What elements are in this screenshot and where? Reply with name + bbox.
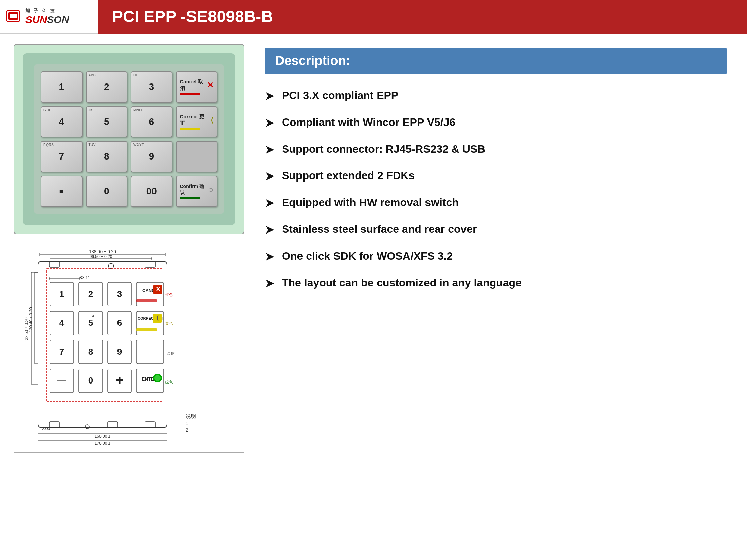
left-panel: 1 ABC2 DEF3 Cancel 取消 ✕ (14, 44, 244, 549)
svg-text:2: 2 (88, 289, 93, 299)
arrow-icon-5: ➤ (265, 195, 275, 211)
keypad-diagram: 138.00 ± 0.20 96.50 ± 0.20 (14, 243, 244, 453)
keypad-grid: 1 ABC2 DEF3 Cancel 取消 ✕ (34, 64, 224, 214)
svg-text:9: 9 (117, 347, 122, 357)
correct-arrow-icon: ⟨ (211, 116, 213, 124)
feature-text-6: Stainless steel surface and rear cover (282, 222, 477, 237)
keypad-device: 1 ABC2 DEF3 Cancel 取消 ✕ (23, 53, 235, 225)
feature-item-2: ➤ Compliant with Wincor EPP V5/J6 (265, 115, 727, 131)
key-correct[interactable]: Correct 更正 ⟨ (176, 106, 218, 138)
key-9[interactable]: WXYZ9 (131, 141, 172, 172)
arrow-icon-4: ➤ (265, 169, 275, 184)
svg-text:1: 1 (59, 289, 64, 299)
feature-text-1: PCI 3.X compliant EPP (282, 88, 398, 103)
main-content: 1 ABC2 DEF3 Cancel 取消 ✕ (0, 34, 747, 559)
svg-text:0: 0 (88, 375, 93, 386)
cancel-x-icon: ✕ (207, 81, 213, 90)
svg-text:✕: ✕ (156, 286, 161, 293)
svg-point-12 (108, 263, 114, 269)
svg-text:5: 5 (88, 318, 93, 328)
confirm-circle-icon: ○ (208, 185, 214, 194)
keypad-photo: 1 ABC2 DEF3 Cancel 取消 ✕ (14, 44, 244, 234)
svg-text:红色: 红色 (165, 293, 173, 297)
feature-text-7: One click SDK for WOSA/XFS 3.2 (282, 248, 453, 264)
feature-item-4: ➤ Support extended 2 FDKs (265, 168, 727, 184)
logo-sun: SUN (25, 14, 47, 25)
key-1[interactable]: 1 (41, 71, 83, 103)
diagram-svg: 138.00 ± 0.20 96.50 ± 0.20 (19, 248, 230, 449)
dim-label-bottom-left: 12.00 (40, 426, 50, 431)
arrow-icon-6: ➤ (265, 222, 275, 238)
header: 旭 子 科 技 SUN SON PCI EPP -SE8098B-B (0, 0, 747, 34)
svg-text:6: 6 (117, 318, 122, 328)
svg-text:✛: ✛ (116, 375, 123, 386)
key-5[interactable]: JKL5 (86, 106, 128, 138)
arrow-icon-2: ➤ (265, 115, 275, 131)
key-8[interactable]: TUV8 (86, 141, 128, 172)
feature-item-1: ➤ PCI 3.X compliant EPP (265, 88, 727, 104)
feature-item-7: ➤ One click SDK for WOSA/XFS 3.2 (265, 248, 727, 264)
feature-text-8: The layout can be customized in any lang… (282, 275, 522, 291)
logo-area: 旭 子 科 技 SUN SON (0, 0, 98, 34)
dim-label-1: 138.00 ± 0.20 (89, 249, 116, 254)
diagram-note: 说明 (186, 413, 196, 419)
svg-text:4: 4 (59, 318, 65, 328)
svg-text:—: — (57, 375, 66, 386)
page-title: PCI EPP -SE8098B-B (112, 7, 273, 26)
key-00[interactable]: 00 (131, 176, 172, 207)
svg-rect-15 (145, 422, 155, 428)
key-confirm[interactable]: Confirm 确认 ○ (176, 176, 218, 207)
svg-rect-34 (136, 299, 157, 302)
right-panel: Description: ➤ PCI 3.X compliant EPP ➤ C… (258, 44, 733, 549)
feature-item-6: ➤ Stainless steel surface and rear cover (265, 222, 727, 238)
description-header: Description: (265, 48, 727, 74)
key-dot[interactable]: ■ (41, 176, 83, 207)
feature-item-3: ➤ Support connector: RJ45-RS232 & USB (265, 142, 727, 157)
feature-text-4: Support extended 2 FDKs (282, 168, 415, 183)
svg-text:绿色: 绿色 (165, 380, 173, 384)
logo-icon (5, 9, 24, 24)
svg-rect-53 (136, 340, 164, 364)
svg-text:边框: 边框 (167, 351, 175, 355)
svg-rect-11 (145, 261, 155, 267)
arrow-icon-7: ➤ (265, 249, 275, 264)
key-7[interactable]: PQRS7 (41, 141, 83, 172)
svg-rect-10 (49, 261, 59, 267)
diagram-note2: 2. (186, 427, 190, 433)
key-2[interactable]: ABC2 (86, 71, 128, 103)
svg-rect-13 (49, 422, 59, 428)
feature-item-8: ➤ The layout can be customized in any la… (265, 275, 727, 291)
key-cancel[interactable]: Cancel 取消 ✕ (176, 71, 218, 103)
svg-rect-14 (108, 422, 118, 428)
feature-list: ➤ PCI 3.X compliant EPP ➤ Compliant with… (265, 88, 727, 291)
svg-point-63 (154, 375, 161, 381)
svg-point-16 (85, 425, 89, 429)
svg-text:黄色: 黄色 (165, 321, 173, 325)
dim-label-2: 96.50 ± 0.20 (90, 254, 112, 259)
svg-rect-2 (10, 14, 17, 18)
key-0[interactable]: 0 (86, 176, 128, 207)
svg-point-39 (92, 315, 94, 317)
svg-text:3: 3 (117, 289, 122, 299)
dim-label-right1: 120.40 ± 0.20 (29, 307, 33, 332)
logo-chinese: 旭 子 科 技 (25, 8, 69, 14)
key-blank-top (176, 141, 218, 172)
feature-text-2: Compliant with Wincor EPP V5/J6 (282, 115, 455, 130)
feature-text-3: Support connector: RJ45-RS232 & USB (282, 142, 485, 157)
key-6[interactable]: MNO6 (131, 106, 172, 138)
svg-text:7: 7 (59, 347, 64, 357)
arrow-icon-3: ➤ (265, 142, 275, 157)
arrow-icon-8: ➤ (265, 276, 275, 291)
svg-text:⟨: ⟨ (156, 315, 159, 321)
arrow-icon-1: ➤ (265, 89, 275, 104)
dim-label-right2: 132.60 ± 0.20 (24, 317, 29, 342)
key-3[interactable]: DEF3 (131, 71, 172, 103)
svg-rect-46 (136, 328, 157, 331)
svg-text:8: 8 (88, 347, 93, 357)
feature-item-5: ➤ Equipped with HW removal switch (265, 195, 727, 211)
feature-text-5: Equipped with HW removal switch (282, 195, 459, 210)
dim-label-bottom1: 160.00 ± (95, 434, 111, 439)
key-4[interactable]: GHI4 (41, 106, 83, 138)
logo-son: SON (47, 14, 69, 25)
title-bar: PCI EPP -SE8098B-B (98, 0, 747, 34)
